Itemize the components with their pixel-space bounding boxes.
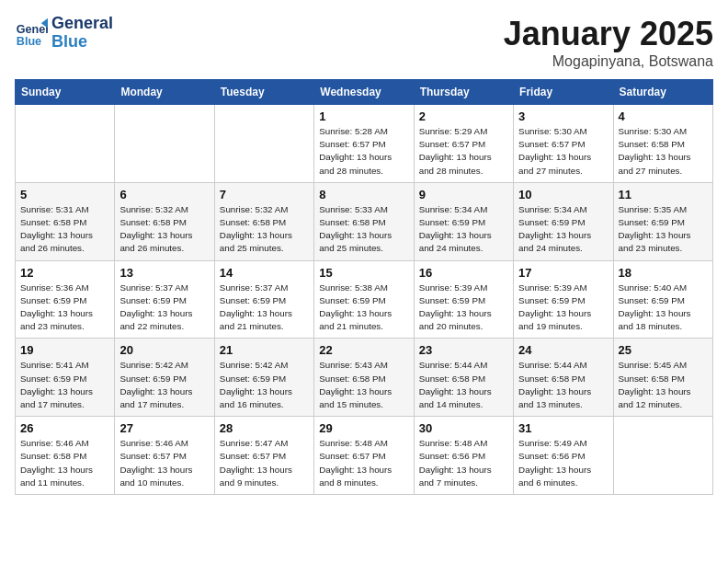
day-info: Sunrise: 5:36 AM Sunset: 6:59 PM Dayligh… xyxy=(20,282,109,334)
day-info: Sunrise: 5:41 AM Sunset: 6:59 PM Dayligh… xyxy=(20,359,109,411)
day-number: 3 xyxy=(518,109,608,123)
calendar-cell: 23Sunrise: 5:44 AM Sunset: 6:58 PM Dayli… xyxy=(414,339,513,417)
calendar-cell: 29Sunrise: 5:48 AM Sunset: 6:57 PM Dayli… xyxy=(314,417,414,495)
day-number: 19 xyxy=(20,343,109,357)
logo-line1: General xyxy=(51,15,113,33)
weekday-header: Wednesday xyxy=(314,80,414,105)
calendar-cell: 19Sunrise: 5:41 AM Sunset: 6:59 PM Dayli… xyxy=(16,339,115,417)
calendar-cell: 18Sunrise: 5:40 AM Sunset: 6:59 PM Dayli… xyxy=(613,260,712,339)
day-number: 8 xyxy=(319,188,408,201)
calendar-cell: 8Sunrise: 5:33 AM Sunset: 6:58 PM Daylig… xyxy=(314,182,414,260)
logo: General Blue General Blue xyxy=(15,15,113,52)
title-area: January 2025 Mogapinyana, Botswana xyxy=(504,15,713,70)
calendar-cell xyxy=(613,417,712,495)
calendar-cell xyxy=(16,105,115,183)
location-title: Mogapinyana, Botswana xyxy=(504,53,713,70)
day-info: Sunrise: 5:44 AM Sunset: 6:58 PM Dayligh… xyxy=(518,359,608,411)
day-info: Sunrise: 5:39 AM Sunset: 6:59 PM Dayligh… xyxy=(419,282,508,334)
day-info: Sunrise: 5:32 AM Sunset: 6:58 PM Dayligh… xyxy=(220,203,309,256)
day-number: 28 xyxy=(220,421,309,435)
calendar-cell: 14Sunrise: 5:37 AM Sunset: 6:59 PM Dayli… xyxy=(214,260,313,339)
day-number: 22 xyxy=(319,343,408,357)
day-number: 30 xyxy=(419,421,508,435)
calendar-cell: 1Sunrise: 5:28 AM Sunset: 6:57 PM Daylig… xyxy=(314,105,414,183)
weekday-header: Saturday xyxy=(613,80,712,105)
calendar-cell: 6Sunrise: 5:32 AM Sunset: 6:58 PM Daylig… xyxy=(115,182,214,260)
day-info: Sunrise: 5:38 AM Sunset: 6:59 PM Dayligh… xyxy=(319,282,408,334)
calendar-cell: 13Sunrise: 5:37 AM Sunset: 6:59 PM Dayli… xyxy=(115,260,214,339)
day-info: Sunrise: 5:49 AM Sunset: 6:56 PM Dayligh… xyxy=(518,437,608,489)
day-number: 18 xyxy=(619,266,708,280)
calendar-cell: 11Sunrise: 5:35 AM Sunset: 6:59 PM Dayli… xyxy=(613,182,712,260)
calendar-cell: 2Sunrise: 5:29 AM Sunset: 6:57 PM Daylig… xyxy=(414,105,513,183)
header: General Blue General Blue January 2025 M… xyxy=(15,15,713,70)
day-info: Sunrise: 5:35 AM Sunset: 6:59 PM Dayligh… xyxy=(619,203,708,256)
day-info: Sunrise: 5:42 AM Sunset: 6:59 PM Dayligh… xyxy=(220,359,309,411)
day-info: Sunrise: 5:45 AM Sunset: 6:58 PM Dayligh… xyxy=(619,359,708,411)
calendar-cell: 15Sunrise: 5:38 AM Sunset: 6:59 PM Dayli… xyxy=(314,260,414,339)
day-info: Sunrise: 5:46 AM Sunset: 6:58 PM Dayligh… xyxy=(20,437,109,489)
day-number: 24 xyxy=(518,343,608,357)
calendar: SundayMondayTuesdayWednesdayThursdayFrid… xyxy=(15,79,713,495)
day-number: 20 xyxy=(119,343,209,357)
day-number: 25 xyxy=(619,343,708,357)
calendar-cell: 17Sunrise: 5:39 AM Sunset: 6:59 PM Dayli… xyxy=(514,260,613,339)
day-number: 4 xyxy=(619,109,708,123)
calendar-cell: 5Sunrise: 5:31 AM Sunset: 6:58 PM Daylig… xyxy=(16,182,115,260)
day-info: Sunrise: 5:46 AM Sunset: 6:57 PM Dayligh… xyxy=(119,437,209,489)
calendar-week-row: 26Sunrise: 5:46 AM Sunset: 6:58 PM Dayli… xyxy=(16,417,713,495)
day-number: 15 xyxy=(319,266,408,280)
calendar-cell: 26Sunrise: 5:46 AM Sunset: 6:58 PM Dayli… xyxy=(16,417,115,495)
weekday-header: Sunday xyxy=(16,80,115,105)
day-number: 11 xyxy=(619,188,708,201)
day-info: Sunrise: 5:48 AM Sunset: 6:57 PM Dayligh… xyxy=(319,437,408,489)
day-info: Sunrise: 5:37 AM Sunset: 6:59 PM Dayligh… xyxy=(119,282,209,334)
svg-text:Blue: Blue xyxy=(17,34,41,47)
calendar-cell: 7Sunrise: 5:32 AM Sunset: 6:58 PM Daylig… xyxy=(214,182,313,260)
calendar-week-row: 1Sunrise: 5:28 AM Sunset: 6:57 PM Daylig… xyxy=(16,105,713,183)
day-number: 2 xyxy=(419,109,508,123)
weekday-header: Tuesday xyxy=(214,80,313,105)
calendar-cell: 16Sunrise: 5:39 AM Sunset: 6:59 PM Dayli… xyxy=(414,260,513,339)
day-info: Sunrise: 5:30 AM Sunset: 6:57 PM Dayligh… xyxy=(518,125,608,178)
day-number: 23 xyxy=(419,343,508,357)
weekday-header: Thursday xyxy=(414,80,513,105)
calendar-week-row: 19Sunrise: 5:41 AM Sunset: 6:59 PM Dayli… xyxy=(16,339,713,417)
day-number: 12 xyxy=(20,266,109,280)
day-number: 17 xyxy=(518,266,608,280)
calendar-cell: 24Sunrise: 5:44 AM Sunset: 6:58 PM Dayli… xyxy=(514,339,613,417)
calendar-cell: 28Sunrise: 5:47 AM Sunset: 6:57 PM Dayli… xyxy=(214,417,313,495)
day-info: Sunrise: 5:29 AM Sunset: 6:57 PM Dayligh… xyxy=(419,125,508,178)
day-info: Sunrise: 5:32 AM Sunset: 6:58 PM Dayligh… xyxy=(119,203,209,256)
calendar-cell xyxy=(214,105,313,183)
day-number: 6 xyxy=(119,188,209,201)
day-info: Sunrise: 5:40 AM Sunset: 6:59 PM Dayligh… xyxy=(619,282,708,334)
calendar-cell: 4Sunrise: 5:30 AM Sunset: 6:58 PM Daylig… xyxy=(613,105,712,183)
day-info: Sunrise: 5:34 AM Sunset: 6:59 PM Dayligh… xyxy=(419,203,508,256)
calendar-cell: 21Sunrise: 5:42 AM Sunset: 6:59 PM Dayli… xyxy=(214,339,313,417)
day-info: Sunrise: 5:30 AM Sunset: 6:58 PM Dayligh… xyxy=(619,125,708,178)
calendar-cell: 31Sunrise: 5:49 AM Sunset: 6:56 PM Dayli… xyxy=(514,417,613,495)
day-number: 29 xyxy=(319,421,408,435)
calendar-cell: 3Sunrise: 5:30 AM Sunset: 6:57 PM Daylig… xyxy=(514,105,613,183)
day-number: 14 xyxy=(220,266,309,280)
weekday-header: Friday xyxy=(514,80,613,105)
calendar-cell: 25Sunrise: 5:45 AM Sunset: 6:58 PM Dayli… xyxy=(613,339,712,417)
day-number: 9 xyxy=(419,188,508,201)
calendar-cell: 27Sunrise: 5:46 AM Sunset: 6:57 PM Dayli… xyxy=(115,417,214,495)
day-info: Sunrise: 5:42 AM Sunset: 6:59 PM Dayligh… xyxy=(119,359,209,411)
day-number: 10 xyxy=(518,188,608,201)
month-title: January 2025 xyxy=(504,15,713,53)
calendar-header-row: SundayMondayTuesdayWednesdayThursdayFrid… xyxy=(16,80,713,105)
day-number: 5 xyxy=(20,188,109,201)
day-info: Sunrise: 5:43 AM Sunset: 6:58 PM Dayligh… xyxy=(319,359,408,411)
day-info: Sunrise: 5:28 AM Sunset: 6:57 PM Dayligh… xyxy=(319,125,408,178)
day-info: Sunrise: 5:31 AM Sunset: 6:58 PM Dayligh… xyxy=(20,203,109,256)
weekday-header: Monday xyxy=(115,80,214,105)
day-info: Sunrise: 5:44 AM Sunset: 6:58 PM Dayligh… xyxy=(419,359,508,411)
calendar-cell: 10Sunrise: 5:34 AM Sunset: 6:59 PM Dayli… xyxy=(514,182,613,260)
calendar-cell: 9Sunrise: 5:34 AM Sunset: 6:59 PM Daylig… xyxy=(414,182,513,260)
day-info: Sunrise: 5:39 AM Sunset: 6:59 PM Dayligh… xyxy=(518,282,608,334)
calendar-week-row: 5Sunrise: 5:31 AM Sunset: 6:58 PM Daylig… xyxy=(16,182,713,260)
day-number: 26 xyxy=(20,421,109,435)
